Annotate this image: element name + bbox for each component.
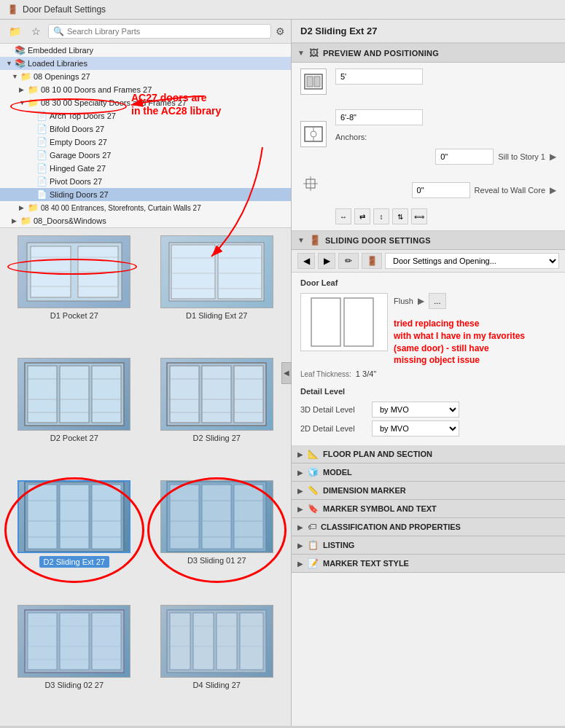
sliding-dropdown[interactable]: Door Settings and Opening... [385, 253, 559, 269]
folder-button[interactable]: 📁 [6, 24, 24, 39]
tree-item-garage[interactable]: 📄 Garage Doors 27 [0, 149, 291, 162]
small-icon-1[interactable]: ↔ [335, 208, 351, 224]
tree-item-hinged[interactable]: 📄 Hinged Gate 27 [0, 162, 291, 175]
sill-arrow[interactable]: ▶ [550, 152, 556, 162]
search-input[interactable] [67, 27, 266, 36]
2d-detail-select[interactable]: by MVO [372, 420, 459, 437]
sliding-prev-btn[interactable]: ◀ [297, 253, 315, 269]
width-input[interactable] [335, 69, 423, 85]
tree-arrow-entrances: ▶ [19, 204, 28, 211]
toolbar: 📁 ☆ 🔍 ⚙ [0, 20, 291, 44]
model-arrow: ▶ [297, 469, 303, 477]
sliding-icon-btn[interactable]: 🚪 [362, 253, 382, 269]
thumb-d3-01[interactable]: D3 Sliding 01 27 [146, 476, 289, 601]
classification-icon: 🏷 [308, 522, 316, 532]
thumb-d4[interactable]: D4 Sliding 27 [146, 600, 289, 723]
tree-item-loaded[interactable]: ▼ 📚 Loaded Libraries [0, 57, 291, 70]
tree-item-openings[interactable]: ▼ 📁 08 Openings 27 [0, 70, 291, 83]
gear-button[interactable]: ⚙ [276, 26, 285, 37]
tree-label-hinged: Hinged Gate 27 [50, 164, 106, 173]
section-icon-preview: 🖼 [309, 47, 319, 58]
thumb-d1-sliding[interactable]: D1 Sliding Ext 27 [146, 231, 289, 353]
preview-icon-front[interactable] [300, 69, 327, 95]
section-dimension[interactable]: ▶ 📏 DIMENSION MARKER [292, 482, 565, 500]
tree-item-doorswindows[interactable]: ▶ 📁 08_Doors&Windows [0, 214, 291, 227]
anchor-input-2[interactable] [412, 182, 470, 198]
thumb-d1-pocket[interactable]: D1 Pocket 27 [3, 231, 146, 353]
3d-detail-select[interactable]: by MVO [372, 402, 459, 418]
thumb-d2-pocket[interactable]: D2 Pocket 27 [3, 353, 146, 476]
section-floor-plan[interactable]: ▶ 📐 FLOOR PLAN AND SECTION [292, 445, 565, 463]
thumb-d2-ext[interactable]: D2 Sliding Ext 27 [3, 476, 146, 601]
tree-icon-garage: 📄 [36, 150, 47, 160]
door-extra-btn[interactable]: ... [429, 293, 446, 309]
tree-icon-openings: 📁 [20, 71, 31, 82]
section-listing[interactable]: ▶ 📋 LISTING [292, 536, 565, 555]
height-input[interactable] [335, 109, 423, 125]
sill-to-story-label: Sill to Story 1 [498, 152, 545, 161]
anchor-input-1[interactable] [435, 149, 494, 165]
dimension-label: DIMENSION MARKER [323, 486, 406, 495]
tree-item-doorsframes[interactable]: ▶ 📁 08 10 00 Doors and Frames 27 [0, 83, 291, 96]
dimension-icon: 📏 [308, 485, 319, 496]
thumb-label-d1-pocket: D1 Pocket 27 [50, 311, 98, 320]
small-icon-5[interactable]: ⟺ [411, 208, 427, 224]
svg-rect-12 [171, 245, 215, 299]
svg-rect-75 [92, 613, 121, 670]
sliding-next-btn[interactable]: ▶ [318, 253, 335, 269]
tree-item-archtop[interactable]: 📄 Arch Top Doors 27 [0, 109, 291, 122]
thumb-img-d1-sliding [160, 235, 273, 308]
tree-item-bifold[interactable]: 📄 Bifold Doors 27 [0, 122, 291, 136]
svg-rect-99 [307, 77, 313, 87]
tree-item-specialty[interactable]: ▼ 📁 08 30 00 Specialty Doors and Frames … [0, 96, 291, 109]
tree-item-sliding[interactable]: 📄 Sliding Doors 27 [0, 188, 291, 201]
sliding-edit-btn[interactable]: ✏ [338, 253, 359, 269]
tree-arrow-specialty: ▼ [19, 99, 28, 106]
small-icon-3[interactable]: ↕ [373, 208, 389, 224]
svg-rect-87 [193, 613, 214, 670]
section-header-sliding[interactable]: ▼ 🚪 SLIDING DOOR SETTINGS [292, 230, 565, 250]
tree-item-entrances[interactable]: ▶ 📁 08 40 00 Entrances, Storefronts, Cur… [0, 201, 291, 214]
thumb-label-d2-pocket: D2 Pocket 27 [50, 434, 98, 442]
leaf-thickness-label: Leaf Thickness: [300, 370, 351, 378]
reveal-arrow[interactable]: ▶ [550, 185, 556, 195]
tree-icon-doorswindows: 📁 [20, 216, 31, 226]
section-marker-text[interactable]: ▶ 📝 MARKER TEXT STYLE [292, 555, 565, 573]
tree-icon-specialty: 📁 [28, 98, 39, 108]
svg-point-102 [311, 131, 316, 137]
search-box: 🔍 [48, 24, 271, 39]
tree-label-openings: 08 Openings 27 [34, 72, 90, 81]
small-icon-2[interactable]: ⇄ [354, 208, 370, 224]
sliding-toolbar: ◀ ▶ ✏ 🚪 Door Settings and Opening... [292, 250, 565, 273]
section-model[interactable]: ▶ 🧊 MODEL [292, 463, 565, 482]
listing-label: LISTING [323, 541, 354, 549]
svg-rect-34 [170, 366, 199, 423]
section-classification[interactable]: ▶ 🏷 CLASSIFICATION AND PROPERTIES [292, 518, 565, 536]
door-leaf-title: Door Leaf [300, 278, 556, 287]
thumb-d3-02[interactable]: D3 Sliding 02 27 [3, 600, 146, 723]
panel-collapse-button[interactable]: ◀ [281, 362, 292, 384]
flush-label: Flush [394, 297, 413, 305]
tree-label-garage: Garage Doors 27 [50, 151, 111, 160]
star-button[interactable]: ☆ [28, 24, 44, 39]
annotation-replace-text: tried replacing these with what I have i… [394, 318, 556, 367]
preview-icon-side[interactable] [300, 121, 327, 147]
tree-item-embedded[interactable]: 📚 Embedded Library [0, 44, 291, 57]
tree-item-pivot[interactable]: 📄 Pivot Doors 27 [0, 175, 291, 188]
floor-plan-label: FLOOR PLAN AND SECTION [323, 450, 432, 458]
anchors-section: Anchors: [335, 133, 556, 144]
tree-item-empty[interactable]: 📄 Empty Doors 27 [0, 136, 291, 149]
title-bar-icon: 🚪 [7, 4, 18, 15]
section-marker-symbol[interactable]: ▶ 🔖 MARKER SYMBOL AND TEXT [292, 500, 565, 518]
section-header-preview[interactable]: ▼ 🖼 PREVIEW AND POSITIONING [292, 43, 565, 63]
thumb-d2-sliding[interactable]: D2 Sliding 27 [146, 353, 289, 476]
svg-rect-61 [202, 485, 231, 549]
model-icon: 🧊 [308, 467, 319, 477]
floor-plan-icon: 📐 [308, 449, 319, 459]
tree-icon-doorsframes: 📁 [28, 85, 39, 95]
leaf-thickness-row: Leaf Thickness: 1 3/4" [300, 369, 556, 378]
flush-arrow[interactable]: ▶ [418, 296, 424, 306]
marker-symbol-arrow: ▶ [297, 505, 303, 513]
tree-arrow-loaded: ▼ [6, 60, 15, 67]
small-icon-4[interactable]: ⇅ [392, 208, 408, 224]
